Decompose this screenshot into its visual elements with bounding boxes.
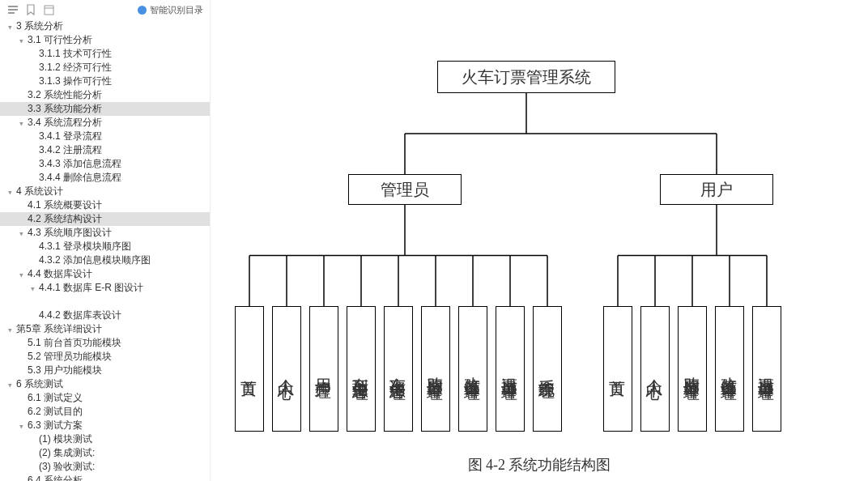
toc-item-label: 4 系统设计 <box>16 185 63 198</box>
diagram-node: 用户 <box>660 174 773 205</box>
diagram-node: 火车订票管理系统 <box>437 61 615 93</box>
toc-item[interactable] <box>0 295 210 309</box>
toc-item-label: 4.1 系统概要设计 <box>28 198 102 212</box>
toc-tree: ▸3 系统分析▸3.1 可行性分析3.1.1 技术可行性3.1.2 经济可行性3… <box>0 19 210 481</box>
toc-item-label: 4.4.1 数据库 E-R 图设计 <box>39 281 143 295</box>
toc-item[interactable]: (3) 验收测试: <box>0 460 210 474</box>
chevron-icon[interactable]: ▸ <box>18 422 26 432</box>
toc-item-label: 3.1 可行性分析 <box>28 33 92 47</box>
toc-item[interactable]: ▸3.4 系统流程分析 <box>0 116 210 130</box>
toc-item[interactable]: 3.2 系统性能分析 <box>0 88 210 102</box>
toc-item[interactable]: 6.4 系统分析 <box>0 474 210 481</box>
toc-item[interactable]: ▸4.4.1 数据库 E-R 图设计 <box>0 281 210 295</box>
chevron-icon[interactable]: ▸ <box>6 326 15 335</box>
chevron-icon[interactable]: ▸ <box>18 119 26 129</box>
toc-item-label: 6.3 测试方案 <box>28 419 83 432</box>
sidebar-toolbar: 智能识别目录 <box>0 2 210 19</box>
diagram-node: 改签订单管理 <box>458 306 487 432</box>
diagram-node: 退票订单管理 <box>496 306 525 432</box>
toc-item-label: (1) 模块测试 <box>39 432 92 446</box>
svg-rect-2 <box>8 12 15 14</box>
toc-item[interactable]: 5.1 前台首页功能模块 <box>0 336 210 350</box>
toc-item-label: 3.3 系统功能分析 <box>28 102 102 116</box>
chevron-icon[interactable]: ▸ <box>18 229 26 239</box>
chevron-icon[interactable]: ▸ <box>6 23 15 32</box>
diagram-node: 退票订单管理 <box>752 306 781 432</box>
toc-item-label: 5.1 前台首页功能模块 <box>28 336 121 350</box>
diagram-node: 管理员 <box>348 174 462 205</box>
toc-item[interactable]: 5.3 用户功能模块 <box>0 364 210 377</box>
structure-diagram: 火车订票管理系统管理员用户首页个人中心用户管理车型信息管理车次信息管理购票订单管… <box>211 0 868 481</box>
diagram-node: 车型信息管理 <box>347 306 376 432</box>
diagram-node: 系统管理 <box>533 306 562 432</box>
toc-item[interactable]: 4.3.2 添加信息模块顺序图 <box>0 253 210 267</box>
toc-item[interactable]: ▸4.3 系统顺序图设计 <box>0 226 210 240</box>
toc-item-label: 3.4.3 添加信息流程 <box>39 157 121 171</box>
toc-item[interactable]: 5.2 管理员功能模块 <box>0 350 210 364</box>
toc-item-label: 4.4.2 数据库表设计 <box>39 309 121 322</box>
toc-item[interactable]: ▸3 系统分析 <box>0 19 210 33</box>
toc-item-label: 3.4.2 注册流程 <box>39 143 102 157</box>
svg-rect-0 <box>8 6 18 7</box>
chevron-icon[interactable]: ▸ <box>18 270 26 280</box>
toc-item-label: 5.3 用户功能模块 <box>28 364 102 377</box>
toc-item[interactable]: 3.4.3 添加信息流程 <box>0 157 210 171</box>
toc-item-label: 第5章 系统详细设计 <box>16 322 102 336</box>
svg-rect-3 <box>45 6 53 15</box>
toc-item-label: 3.2 系统性能分析 <box>28 88 102 102</box>
toc-item-label: 4.4 数据库设计 <box>28 267 92 281</box>
toc-item[interactable]: 4.1 系统概要设计 <box>0 198 210 212</box>
toc-item[interactable]: ▸6 系统测试 <box>0 377 210 391</box>
toc-item-label: 6.2 测试目的 <box>28 405 83 419</box>
toc-item[interactable]: 4.4.2 数据库表设计 <box>0 309 210 322</box>
diagram-node: 个人中心 <box>640 306 670 432</box>
toc-item[interactable]: 3.4.1 登录流程 <box>0 130 210 143</box>
toc-item-label: 3.1.3 操作可行性 <box>39 74 112 88</box>
toc-item-label: 3.1.1 技术可行性 <box>39 47 112 61</box>
toc-item-label: 4.3.1 登录模块顺序图 <box>39 240 131 253</box>
document-content: 火车订票管理系统管理员用户首页个人中心用户管理车型信息管理车次信息管理购票订单管… <box>211 0 868 481</box>
toc-item[interactable]: 6.1 测试定义 <box>0 391 210 405</box>
diagram-node: 购票订单管理 <box>421 306 450 432</box>
sidebar-toc: 智能识别目录 ▸3 系统分析▸3.1 可行性分析3.1.1 技术可行性3.1.2… <box>0 0 211 481</box>
chevron-icon[interactable]: ▸ <box>18 36 26 46</box>
diagram-node: 首页 <box>603 306 632 432</box>
toc-item[interactable]: 3.1.3 操作可行性 <box>0 74 210 88</box>
expand-icon[interactable] <box>42 3 55 16</box>
toc-item-label: 3.4.1 登录流程 <box>39 130 102 143</box>
toc-item[interactable]: 3.3 系统功能分析 <box>0 102 210 116</box>
toc-item[interactable]: 4.3.1 登录模块顺序图 <box>0 240 210 253</box>
svg-rect-1 <box>8 9 18 11</box>
smart-toc-dot-icon <box>138 6 147 15</box>
toc-item-label: 5.2 管理员功能模块 <box>28 350 112 364</box>
toc-item[interactable]: 3.1.2 经济可行性 <box>0 61 210 74</box>
diagram-node: 用户管理 <box>309 306 338 432</box>
chevron-icon[interactable]: ▸ <box>29 284 37 294</box>
toc-item[interactable]: ▸4.4 数据库设计 <box>0 267 210 281</box>
bookmark-icon[interactable] <box>24 3 37 16</box>
figure-caption: 图 4-2 系统功能结构图 <box>211 455 868 475</box>
toc-icon[interactable] <box>6 3 19 16</box>
toc-item-label: 3.4 系统流程分析 <box>28 116 102 130</box>
toc-item[interactable]: 6.2 测试目的 <box>0 405 210 419</box>
toc-item[interactable]: ▸第5章 系统详细设计 <box>0 322 210 336</box>
toc-item-label: 4.2 系统结构设计 <box>28 212 102 226</box>
toc-item[interactable]: ▸4 系统设计 <box>0 185 210 198</box>
chevron-icon[interactable]: ▸ <box>6 381 15 390</box>
toc-item[interactable]: (2) 集成测试: <box>0 446 210 460</box>
diagram-node: 车次信息管理 <box>384 306 413 432</box>
toc-item-label: (3) 验收测试: <box>39 460 95 474</box>
toc-item-label: 3.1.2 经济可行性 <box>39 61 112 74</box>
toc-item[interactable]: 4.2 系统结构设计 <box>0 212 210 226</box>
toc-item[interactable]: 3.4.2 注册流程 <box>0 143 210 157</box>
toc-item[interactable]: 3.4.4 删除信息流程 <box>0 171 210 185</box>
toc-item-label: 4.3 系统顺序图设计 <box>28 226 112 240</box>
toc-item[interactable]: 3.1.1 技术可行性 <box>0 47 210 61</box>
toc-item-label: 6.4 系统分析 <box>28 474 83 481</box>
toc-item[interactable]: (1) 模块测试 <box>0 432 210 446</box>
smart-toc-button[interactable]: 智能识别目录 <box>138 4 203 16</box>
toc-item[interactable]: ▸6.3 测试方案 <box>0 419 210 432</box>
chevron-icon[interactable]: ▸ <box>6 188 15 198</box>
toc-item-label: 4.3.2 添加信息模块顺序图 <box>39 253 151 267</box>
toc-item[interactable]: ▸3.1 可行性分析 <box>0 33 210 47</box>
